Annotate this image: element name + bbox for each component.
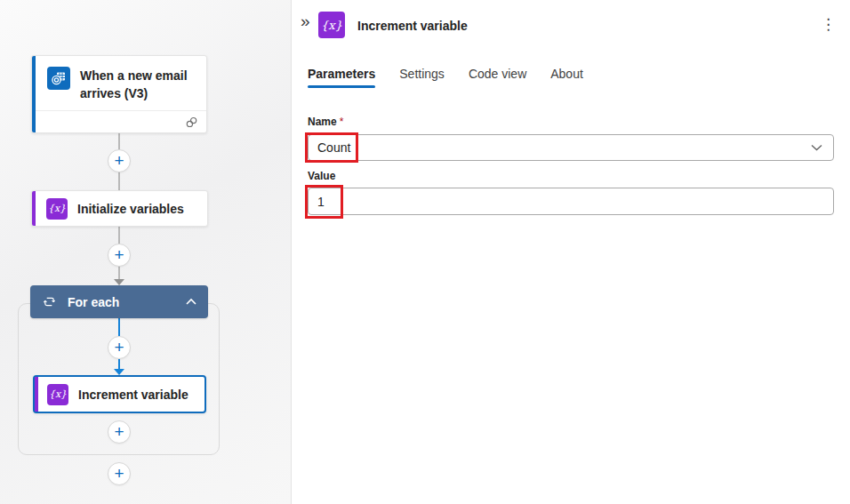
foreach-title: For each: [68, 295, 173, 309]
tab-parameters[interactable]: Parameters: [308, 67, 375, 88]
required-asterisk: *: [340, 116, 344, 128]
flow-canvas: When a new email arrives (V3) + {x} Init…: [0, 0, 292, 504]
plus-icon: +: [114, 152, 124, 169]
tab-code-view[interactable]: Code view: [469, 67, 526, 88]
panel-title: Increment variable: [357, 19, 468, 33]
connector-arrow: [114, 279, 124, 285]
action-title: Initialize variables: [77, 200, 184, 218]
chevron-down-icon: [811, 144, 822, 151]
add-action-button[interactable]: +: [108, 336, 131, 359]
add-action-button[interactable]: +: [108, 462, 131, 485]
plus-icon: +: [114, 423, 124, 440]
tab-settings[interactable]: Settings: [399, 67, 445, 88]
value-field-label: Value: [308, 170, 335, 182]
collapse-panel-icon[interactable]: »: [299, 11, 312, 31]
panel-tabs: Parameters Settings Code view About: [308, 67, 583, 88]
chevron-up-icon[interactable]: [185, 298, 197, 306]
name-dropdown-value: Count: [317, 140, 350, 155]
trigger-title: When a new email arrives (V3): [80, 67, 199, 102]
add-action-button[interactable]: +: [108, 420, 131, 444]
add-action-button[interactable]: +: [108, 244, 131, 267]
plus-icon: +: [114, 246, 124, 263]
action-accent-strip: [32, 191, 36, 226]
tab-about[interactable]: About: [550, 67, 583, 88]
value-input[interactable]: [308, 188, 834, 215]
action-card-for-each[interactable]: For each: [30, 285, 208, 318]
trigger-card-when-new-email-arrives[interactable]: When a new email arrives (V3): [31, 55, 207, 133]
variable-icon: {x}: [47, 384, 68, 405]
trigger-footer: [32, 110, 206, 132]
plus-icon: +: [114, 339, 124, 356]
variable-icon: {x}: [46, 198, 68, 220]
name-dropdown[interactable]: Count: [308, 134, 834, 161]
more-menu-icon[interactable]: ⋮: [817, 15, 839, 34]
action-title: Increment variable: [78, 386, 188, 404]
trigger-accent-strip: [32, 56, 36, 132]
action-accent-strip: [35, 377, 38, 412]
action-card-increment-variable-selected[interactable]: {x} Increment variable: [33, 375, 206, 413]
add-action-button[interactable]: +: [108, 149, 131, 172]
outlook-icon: [47, 67, 70, 90]
variable-icon: {x}: [318, 12, 345, 38]
loop-icon: [43, 295, 56, 308]
name-field-label: Name*: [308, 116, 343, 128]
action-card-initialize-variables[interactable]: {x} Initialize variables: [31, 190, 208, 227]
action-properties-panel: » {x} Increment variable ⋮ Parameters Se…: [293, 0, 850, 504]
connection-link-icon[interactable]: [185, 116, 198, 129]
plus-icon: +: [114, 465, 124, 482]
